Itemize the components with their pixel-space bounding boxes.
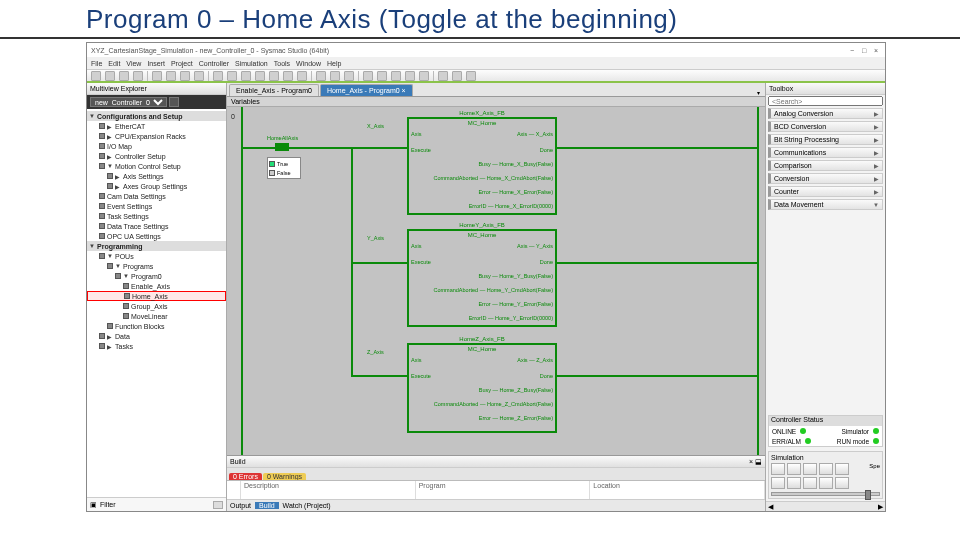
footer-tab-build[interactable]: Build: [255, 502, 279, 509]
menu-file[interactable]: File: [91, 60, 102, 67]
toolbar-button[interactable]: [438, 71, 448, 81]
toolbar-button[interactable]: [213, 71, 223, 81]
sim-pause-button[interactable]: [787, 463, 801, 475]
tree-item-group-axis[interactable]: Group_Axis: [87, 301, 226, 311]
footer-tab-watch[interactable]: Watch (Project): [283, 502, 331, 509]
ladder-diagram[interactable]: 0 HomeAllAxis True False HomeX_Ax: [227, 107, 765, 455]
toolbar-button[interactable]: [330, 71, 340, 81]
toolbox-category[interactable]: Conversion▶: [768, 173, 883, 184]
menu-controller[interactable]: Controller: [199, 60, 229, 67]
sim-button[interactable]: [771, 477, 785, 489]
tree-item-enable-axis[interactable]: Enable_Axis: [87, 281, 226, 291]
tree-item[interactable]: ▼Programs: [87, 261, 226, 271]
toolbar-button[interactable]: [452, 71, 462, 81]
toolbar-button[interactable]: [152, 71, 162, 81]
fb-home-x[interactable]: HomeX_Axis_FB MC_Home AxisAxis — X_Axis …: [407, 117, 557, 215]
menu-edit[interactable]: Edit: [108, 60, 120, 67]
toolbar-button[interactable]: [133, 71, 143, 81]
toolbox-category[interactable]: Data Movement▼: [768, 199, 883, 210]
fb-home-y[interactable]: HomeY_Axis_FB MC_Home AxisAxis — Y_Axis …: [407, 229, 557, 327]
tree-item[interactable]: ▶Controller Setup: [87, 151, 226, 161]
sim-stop-button[interactable]: [803, 463, 817, 475]
maximize-button[interactable]: □: [859, 47, 869, 54]
tree-item[interactable]: ▶Tasks: [87, 341, 226, 351]
tree-item[interactable]: ▶Data: [87, 331, 226, 341]
toolbar-button[interactable]: [255, 71, 265, 81]
tree-item[interactable]: ▶Axis Settings: [87, 171, 226, 181]
sim-run-button[interactable]: [771, 463, 785, 475]
menu-window[interactable]: Window: [296, 60, 321, 67]
sim-button[interactable]: [787, 477, 801, 489]
tree-item-movelinear[interactable]: MoveLinear: [87, 311, 226, 321]
tree-item[interactable]: ▼Motion Control Setup: [87, 161, 226, 171]
contact-icon[interactable]: [275, 143, 289, 151]
tab-close-icon[interactable]: ×: [402, 87, 406, 94]
tab-dropdown-icon[interactable]: ▾: [754, 89, 763, 96]
close-button[interactable]: ×: [871, 47, 881, 54]
tree-section-programming[interactable]: ▼Programming: [87, 241, 226, 251]
tree-item[interactable]: Task Settings: [87, 211, 226, 221]
tree-section-config[interactable]: ▼Configurations and Setup: [87, 111, 226, 121]
menu-insert[interactable]: Insert: [147, 60, 165, 67]
toolbar-button[interactable]: [227, 71, 237, 81]
footer-tab-output[interactable]: Output: [230, 502, 251, 509]
tree-item[interactable]: OPC UA Settings: [87, 231, 226, 241]
tree-item[interactable]: Function Blocks: [87, 321, 226, 331]
tab-enable-axis[interactable]: Enable_Axis - Program0: [229, 84, 319, 96]
toolbar-button[interactable]: [405, 71, 415, 81]
sim-speed-slider[interactable]: [771, 492, 880, 496]
toolbar-button[interactable]: [377, 71, 387, 81]
project-tree[interactable]: ▼Configurations and Setup ▶EtherCAT ▶CPU…: [87, 109, 226, 497]
toggle-box[interactable]: True False: [267, 157, 301, 179]
tree-item[interactable]: Event Settings: [87, 201, 226, 211]
sim-button[interactable]: [803, 477, 817, 489]
toolbox-search-input[interactable]: [768, 96, 883, 106]
toolbox-category[interactable]: Analog Conversion▶: [768, 108, 883, 119]
toolbar-button[interactable]: [297, 71, 307, 81]
toolbar-button[interactable]: [194, 71, 204, 81]
tree-item[interactable]: I/O Map: [87, 141, 226, 151]
menu-view[interactable]: View: [126, 60, 141, 67]
minimize-button[interactable]: −: [847, 47, 857, 54]
menu-simulation[interactable]: Simulation: [235, 60, 268, 67]
toolbox-category[interactable]: Comparison▶: [768, 160, 883, 171]
fb-home-z[interactable]: HomeZ_Axis_FB MC_Home AxisAxis — Z_Axis …: [407, 343, 557, 433]
right-scrollbar[interactable]: ◀▶: [766, 501, 885, 511]
tab-home-axis[interactable]: Home_Axis - Program0 ×: [320, 84, 413, 96]
toolbar-button[interactable]: [316, 71, 326, 81]
errors-tab[interactable]: 0 Errors: [229, 473, 262, 480]
toolbox-category[interactable]: BCD Conversion▶: [768, 121, 883, 132]
tree-item[interactable]: ▶CPU/Expansion Racks: [87, 131, 226, 141]
sim-button[interactable]: [819, 477, 833, 489]
variables-header[interactable]: Variables: [227, 97, 765, 107]
warnings-tab[interactable]: 0 Warnings: [263, 473, 306, 480]
tree-item[interactable]: ▼POUs: [87, 251, 226, 261]
toolbar-button[interactable]: [391, 71, 401, 81]
tree-item[interactable]: Data Trace Settings: [87, 221, 226, 231]
build-close-icon[interactable]: × ⬓: [749, 458, 762, 466]
tree-item-home-axis[interactable]: Home_Axis: [87, 291, 226, 301]
tree-item[interactable]: Cam Data Settings: [87, 191, 226, 201]
toolbar-button[interactable]: [363, 71, 373, 81]
toolbar-button[interactable]: [105, 71, 115, 81]
sim-step-button[interactable]: [819, 463, 833, 475]
sim-button[interactable]: [835, 477, 849, 489]
sim-step-button[interactable]: [835, 463, 849, 475]
controller-config-button[interactable]: [169, 97, 179, 107]
toolbar-button[interactable]: [269, 71, 279, 81]
toolbox-category[interactable]: Bit String Processing▶: [768, 134, 883, 145]
menu-project[interactable]: Project: [171, 60, 193, 67]
toolbox-category[interactable]: Communications▶: [768, 147, 883, 158]
toolbar-button[interactable]: [283, 71, 293, 81]
tree-item[interactable]: ▶EtherCAT: [87, 121, 226, 131]
toolbar-button[interactable]: [180, 71, 190, 81]
controller-select[interactable]: new_Controller_0: [90, 97, 167, 107]
toolbar-button[interactable]: [466, 71, 476, 81]
toolbar-button[interactable]: [91, 71, 101, 81]
toolbar-button[interactable]: [241, 71, 251, 81]
filter-button[interactable]: [213, 501, 223, 509]
tree-item[interactable]: ▼Program0: [87, 271, 226, 281]
toolbar-button[interactable]: [419, 71, 429, 81]
toolbar-button[interactable]: [166, 71, 176, 81]
toolbar-button[interactable]: [119, 71, 129, 81]
